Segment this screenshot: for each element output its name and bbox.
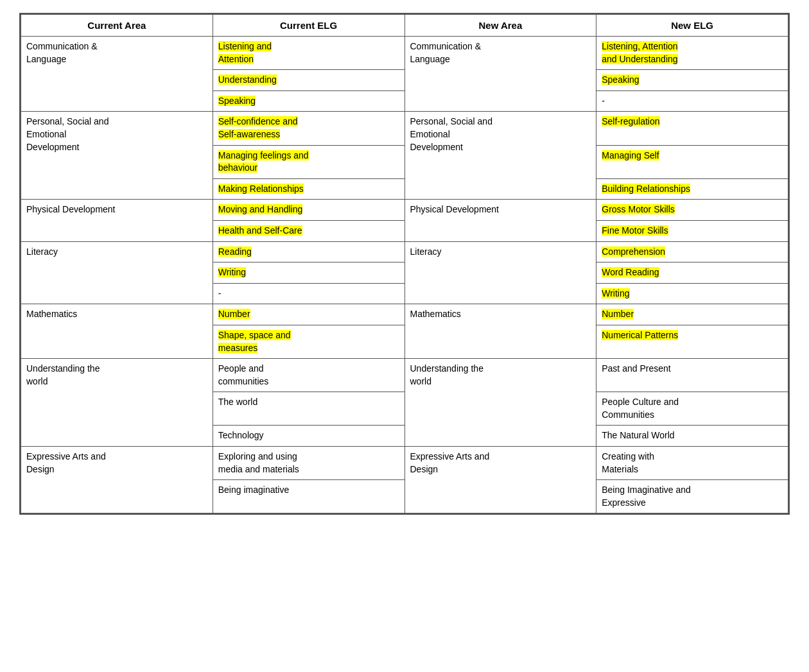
table-row: MathematicsNumberMathematicsNumber	[21, 304, 788, 325]
new-area-cell: Communication &Language	[405, 37, 596, 112]
elg-comparison-table: Current Area Current ELG New Area New EL…	[21, 14, 788, 513]
new-area-cell: Literacy	[405, 241, 596, 304]
new-elg-cell: Self-regulation	[596, 112, 788, 145]
new-elg-cell: Fine Motor Skills	[596, 220, 788, 241]
current-elg-cell: Listening andAttention	[213, 37, 405, 70]
current-elg-cell: Health and Self-Care	[213, 220, 405, 241]
current-elg-cell: Reading	[213, 241, 405, 263]
current-elg-cell: The world	[213, 392, 405, 426]
current-area-cell: Personal, Social andEmotionalDevelopment	[21, 112, 213, 200]
current-elg-cell: Writing	[213, 263, 405, 284]
new-elg-cell: Numerical Patterns	[596, 325, 788, 358]
new-elg-cell: Listening, Attentionand Understanding	[596, 37, 788, 70]
table-row: Personal, Social andEmotionalDevelopment…	[21, 112, 788, 145]
new-elg-cell: The Natural World	[596, 426, 788, 447]
new-area-cell: Understanding theworld	[405, 359, 596, 447]
new-elg-cell: Number	[596, 304, 788, 325]
new-elg-cell: Past and Present	[596, 359, 788, 392]
new-elg-cell: Speaking	[596, 70, 788, 91]
current-elg-cell: -	[213, 283, 405, 304]
current-elg-cell: Technology	[213, 426, 405, 447]
new-elg-cell: Being Imaginative andExpressive	[596, 480, 788, 513]
new-area-cell: Expressive Arts andDesign	[405, 447, 596, 513]
current-area-cell: Communication &Language	[21, 37, 213, 112]
current-area-cell: Expressive Arts andDesign	[21, 447, 213, 513]
new-area-cell: Personal, Social andEmotionalDevelopment	[405, 112, 596, 200]
table-row: Communication &LanguageListening andAtte…	[21, 37, 788, 70]
current-elg-cell: Exploring and usingmedia and materials	[213, 447, 405, 480]
current-elg-cell: Number	[213, 304, 405, 325]
current-area-cell: Literacy	[21, 241, 213, 304]
current-elg-cell: Shape, space andmeasures	[213, 325, 405, 358]
header-current-area: Current Area	[21, 15, 213, 37]
current-area-cell: Mathematics	[21, 304, 213, 359]
current-elg-cell: Making Relationships	[213, 178, 405, 200]
new-elg-cell: Gross Motor Skills	[596, 200, 788, 221]
current-area-cell: Understanding theworld	[21, 359, 213, 447]
table-body: Communication &LanguageListening andAtte…	[21, 37, 788, 513]
table-row: LiteracyReadingLiteracyComprehension	[21, 241, 788, 263]
table-row: Physical DevelopmentMoving and HandlingP…	[21, 200, 788, 221]
header-current-elg: Current ELG	[213, 15, 405, 37]
header-new-elg: New ELG	[596, 15, 788, 37]
current-elg-cell: People andcommunities	[213, 359, 405, 392]
current-elg-cell: Being imaginative	[213, 480, 405, 513]
current-elg-cell: Managing feelings andbehaviour	[213, 145, 405, 178]
new-elg-cell: Managing Self	[596, 145, 788, 178]
new-elg-cell: Writing	[596, 283, 788, 304]
new-elg-cell: Building Relationships	[596, 178, 788, 200]
current-elg-cell: Understanding	[213, 70, 405, 91]
header-new-area: New Area	[405, 15, 596, 37]
new-area-cell: Physical Development	[405, 200, 596, 241]
current-elg-cell: Self-confidence andSelf-awareness	[213, 112, 405, 145]
new-elg-cell: Creating withMaterials	[596, 447, 788, 480]
header-row: Current Area Current ELG New Area New EL…	[21, 15, 788, 37]
new-elg-cell: Word Reading	[596, 263, 788, 284]
current-area-cell: Physical Development	[21, 200, 213, 241]
current-elg-cell: Moving and Handling	[213, 200, 405, 221]
table-row: Expressive Arts andDesignExploring and u…	[21, 447, 788, 480]
new-elg-cell: -	[596, 90, 788, 112]
current-elg-cell: Speaking	[213, 90, 405, 112]
new-elg-cell: Comprehension	[596, 241, 788, 263]
table-row: Understanding theworldPeople andcommunit…	[21, 359, 788, 392]
new-area-cell: Mathematics	[405, 304, 596, 359]
main-table-wrapper: Current Area Current ELG New Area New EL…	[19, 13, 790, 515]
new-elg-cell: People Culture andCommunities	[596, 392, 788, 426]
